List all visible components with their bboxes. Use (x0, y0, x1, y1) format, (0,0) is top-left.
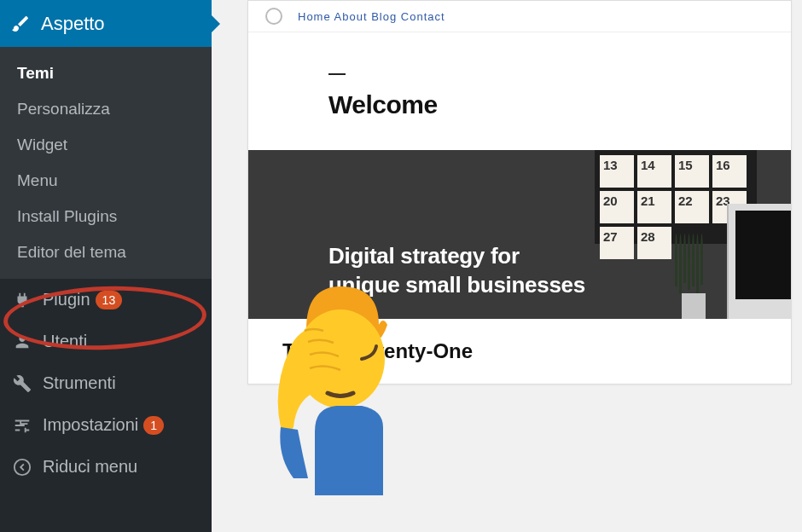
cal-day: 14 (637, 155, 671, 188)
cal-day: 22 (675, 191, 709, 223)
menu-settings[interactable]: Impostazioni 1 (0, 404, 212, 446)
menu-users-label: Utenti (43, 332, 87, 351)
preview-topbar: Home About Blog Contact (248, 1, 791, 32)
plugins-badge: 13 (96, 291, 123, 309)
cal-day: 15 (675, 155, 709, 188)
submenu-install-plugins[interactable]: Install Plugins (0, 199, 212, 234)
menu-tools[interactable]: Strumenti (0, 362, 212, 404)
dash-decoration (328, 73, 346, 75)
preview-nav-links: Home About Blog Contact (298, 10, 445, 23)
welcome-block: Welcome (248, 32, 791, 150)
menu-plugins-label: Plugin (43, 290, 90, 309)
submenu-customize[interactable]: Personalizza (0, 91, 212, 127)
brush-icon (10, 14, 31, 34)
menu-appearance-label: Aspetto (41, 13, 105, 35)
facepalm-emoji-overlay (255, 278, 426, 495)
cal-day: 21 (637, 191, 671, 223)
menu-plugins[interactable]: Plugin 13 (0, 279, 212, 321)
cal-day: 20 (600, 191, 634, 223)
wrench-icon (10, 374, 34, 393)
cal-day: 28 (637, 227, 671, 259)
menu-collapse[interactable]: Riduci menu (0, 446, 212, 488)
cal-day: 13 (600, 155, 634, 188)
plugin-icon (10, 291, 34, 309)
menu-tools-label: Strumenti (43, 373, 116, 393)
user-icon (10, 332, 34, 351)
submenu-themes[interactable]: Temi (0, 55, 212, 91)
collapse-icon (10, 458, 34, 477)
plant-decoration (675, 240, 712, 319)
monitor-decoration (727, 204, 791, 319)
appearance-submenu: Temi Personalizza Widget Menu Install Pl… (0, 47, 212, 279)
submenu-menus[interactable]: Menu (0, 163, 212, 199)
menu-users[interactable]: Utenti (0, 321, 212, 362)
admin-sidebar: Aspetto Temi Personalizza Widget Menu In… (0, 0, 212, 532)
hero-line-1: Digital strategy for (328, 242, 585, 271)
menu-collapse-label: Riduci menu (43, 457, 137, 477)
cal-day: 16 (712, 155, 747, 188)
welcome-heading: Welcome (328, 90, 711, 119)
svg-point-0 (15, 459, 30, 474)
site-logo-icon (265, 8, 282, 25)
menu-appearance[interactable]: Aspetto (0, 0, 212, 47)
sliders-icon (10, 416, 34, 435)
submenu-widgets[interactable]: Widget (0, 127, 212, 163)
submenu-theme-editor[interactable]: Editor del tema (0, 234, 212, 270)
menu-settings-label: Impostazioni (43, 415, 138, 435)
cal-day: 27 (600, 227, 634, 259)
settings-badge: 1 (143, 416, 164, 435)
